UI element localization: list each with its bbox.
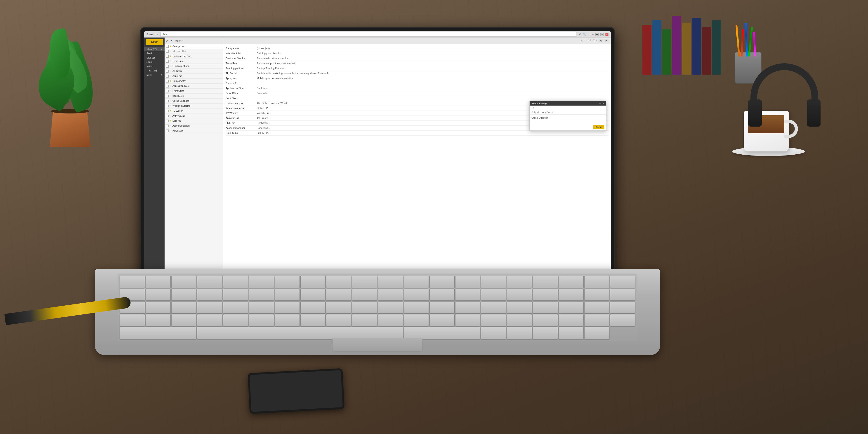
new-button[interactable]: NEW: [146, 39, 163, 45]
key[interactable]: [146, 276, 170, 288]
star-icon[interactable]: ☆: [169, 100, 172, 102]
email-row[interactable]: ☆ Application Store: [164, 84, 223, 89]
key[interactable]: [197, 301, 222, 313]
email-checkbox[interactable]: [166, 65, 168, 68]
sidebar-item-trash[interactable]: Trash (21): [144, 68, 164, 73]
star-icon[interactable]: ★: [169, 80, 172, 82]
key[interactable]: [275, 289, 300, 301]
key[interactable]: [532, 289, 558, 301]
preview-row[interactable]: Apps, me Mobile apps downloads statistic…: [225, 76, 609, 81]
preview-row[interactable]: All, Social Social media marketing, rese…: [225, 71, 609, 76]
key[interactable]: [326, 301, 351, 313]
key[interactable]: [146, 314, 170, 327]
sidebar-item-more[interactable]: More ▼: [144, 73, 164, 77]
star-icon[interactable]: ☆: [169, 65, 172, 67]
email-row[interactable]: ☆ Book Store: [164, 94, 223, 98]
popup-minimize[interactable]: —: [599, 102, 601, 105]
email-row[interactable]: ☆ Funding platform: [164, 64, 223, 69]
send-button[interactable]: Send: [593, 125, 604, 129]
email-checkbox[interactable]: [166, 45, 168, 48]
key[interactable]: [171, 276, 196, 288]
key[interactable]: [430, 276, 455, 288]
key[interactable]: [532, 301, 558, 313]
spacebar-key[interactable]: [197, 327, 403, 339]
key[interactable]: [197, 289, 222, 301]
menu-icon[interactable]: ≡: [592, 33, 594, 36]
star-icon[interactable]: ☆: [169, 85, 172, 87]
key[interactable]: [352, 314, 377, 327]
key[interactable]: [430, 301, 455, 313]
email-row[interactable]: ★ Customer Service: [164, 54, 223, 59]
maximize-button[interactable]: □: [600, 33, 603, 36]
star-icon[interactable]: ☆: [169, 60, 172, 62]
key[interactable]: [532, 327, 558, 339]
email-row[interactable]: ☆ Account manager: [164, 123, 223, 128]
key[interactable]: [275, 276, 300, 288]
star-icon[interactable]: ★: [169, 45, 172, 48]
sidebar-item-draft[interactable]: Draft (1): [144, 56, 164, 60]
star-icon[interactable]: ☆: [169, 90, 172, 92]
email-checkbox[interactable]: [166, 85, 168, 88]
email-row[interactable]: ☆ Team Raw: [164, 59, 223, 64]
key[interactable]: [584, 276, 610, 288]
key[interactable]: [249, 301, 274, 313]
key[interactable]: [455, 276, 480, 288]
key[interactable]: [146, 289, 170, 301]
preview-row[interactable]: Front Office Front offic...: [225, 91, 609, 96]
key[interactable]: [584, 301, 610, 313]
next-page-button[interactable]: ▶: [604, 39, 609, 42]
filter-more-label[interactable]: More: [175, 39, 181, 42]
email-checkbox[interactable]: [166, 80, 168, 83]
key[interactable]: [146, 301, 170, 313]
email-row[interactable]: ★ George, me: [164, 44, 223, 49]
email-row[interactable]: ☆ Info, client list: [164, 49, 223, 54]
refresh-icon[interactable]: ↻: [581, 39, 583, 42]
key[interactable]: [481, 314, 506, 327]
to-input[interactable]: [542, 106, 604, 109]
star-icon[interactable]: ★: [169, 120, 172, 122]
key[interactable]: [275, 314, 300, 327]
email-row[interactable]: ☆ Hotel Suite: [164, 128, 223, 133]
key[interactable]: [610, 289, 635, 301]
key[interactable]: [507, 314, 532, 327]
key[interactable]: [301, 301, 326, 313]
search-icon[interactable]: 🔍: [583, 33, 586, 35]
key[interactable]: [455, 301, 480, 313]
popup-close[interactable]: ✕: [602, 102, 604, 105]
email-row[interactable]: ☆ All, Social: [164, 69, 223, 74]
key[interactable]: [559, 327, 584, 339]
email-checkbox[interactable]: [166, 100, 168, 102]
key[interactable]: [171, 314, 196, 327]
email-checkbox[interactable]: [166, 50, 168, 53]
preview-row[interactable]: Info, client list Building your client l…: [225, 51, 609, 56]
star-icon[interactable]: ☆: [169, 115, 172, 117]
email-checkbox[interactable]: [166, 95, 168, 97]
key[interactable]: [223, 289, 248, 301]
key[interactable]: [584, 314, 610, 327]
key[interactable]: [301, 314, 326, 327]
email-row[interactable]: ★ TV Weekly: [164, 108, 223, 114]
key[interactable]: [352, 289, 377, 301]
key[interactable]: [352, 276, 377, 288]
key[interactable]: [481, 276, 506, 288]
star-icon[interactable]: ☆: [169, 50, 172, 53]
key[interactable]: [404, 314, 429, 327]
star-icon[interactable]: ☆: [169, 70, 172, 72]
email-row[interactable]: ☆ Front Office: [164, 89, 223, 94]
key[interactable]: [481, 289, 506, 301]
key[interactable]: [430, 314, 455, 327]
key[interactable]: [532, 314, 558, 327]
key[interactable]: [610, 276, 635, 288]
key[interactable]: [404, 289, 429, 301]
key[interactable]: [584, 327, 610, 339]
email-checkbox[interactable]: [166, 120, 168, 122]
key[interactable]: [507, 327, 532, 339]
key[interactable]: [326, 289, 351, 301]
key[interactable]: [378, 301, 403, 313]
star-icon[interactable]: ☆: [169, 105, 172, 107]
key[interactable]: [249, 289, 274, 301]
preview-row[interactable]: Team Raw Remote support tools over inter…: [225, 61, 609, 66]
key[interactable]: [223, 301, 248, 313]
key[interactable]: [507, 276, 532, 288]
email-checkbox[interactable]: [166, 125, 168, 127]
